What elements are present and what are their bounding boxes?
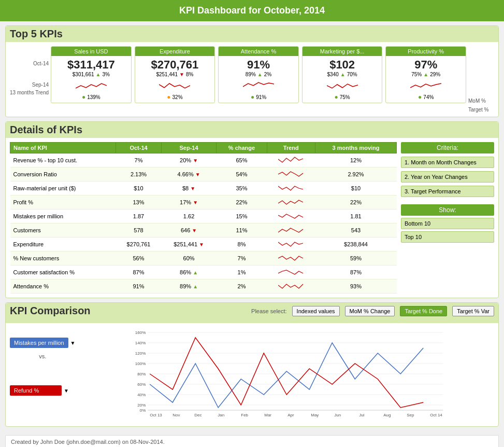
svg-text:Feb: Feb (241, 413, 248, 417)
col-trend: Trend (267, 143, 315, 153)
kpi-att-value: 91% (221, 58, 296, 72)
btn-target-var[interactable]: Target % Var (452, 306, 494, 316)
table-row: Expenditure $270,761 $251,441 ▼ 8% $238,… (10, 238, 397, 252)
please-select-label: Please select: (251, 308, 286, 314)
cell-pct: 11% (217, 224, 267, 238)
svg-text:Nov: Nov (172, 413, 180, 417)
kpi-mkt-sparkline (305, 79, 380, 92)
cell-trend (267, 167, 315, 181)
kpi-card-sales: Sales in USD $311,417 $301,661 ▲ 3% (51, 46, 132, 103)
dropdown-icon-1[interactable]: ▼ (70, 340, 76, 346)
kpi-card-sales-header: Sales in USD (51, 47, 131, 56)
criteria-btn-1[interactable]: 1. Month on Month Changes (401, 157, 494, 168)
label-mom: MoM % (468, 98, 486, 104)
cell-3mo: 12% (315, 153, 397, 167)
table-row: Revenue % - top 10 cust. 7% 20% ▼ 65% 12… (10, 153, 397, 167)
cell-kpi-name: % New customers (10, 252, 116, 266)
kpi-att-sep: 89% ▲ 2% (221, 72, 296, 77)
comparison-title: KPI Comparison (10, 305, 91, 317)
label-sep14: Sep-14 (32, 82, 49, 88)
kpi-labels-left: Oct-14 Sep-14 13 months Trend (10, 46, 49, 95)
cell-3mo: 1.81 (315, 209, 397, 224)
cell-oct: 87% (116, 266, 161, 280)
cell-sep: 17% ▼ (161, 195, 217, 209)
cell-kpi-name: Raw-material per unit ($) (10, 181, 116, 195)
details-header: Details of KPIs (6, 122, 498, 138)
cell-sep: 20% ▼ (161, 153, 217, 167)
chart-area: Mistakes per million ▼ vs. Refund % ▼ (10, 327, 494, 422)
svg-text:140%: 140% (135, 341, 145, 345)
cell-trend (267, 266, 315, 280)
cell-kpi-name: Mistakes per million (10, 209, 116, 224)
comparison-header: KPI Comparison Please select: Indexed va… (10, 305, 494, 317)
svg-text:Jun: Jun (334, 413, 341, 417)
kpi-prod-sparkline (388, 79, 464, 92)
dropdown-icon-2[interactable]: ▼ (64, 388, 69, 394)
cell-trend (267, 224, 315, 238)
btn-target-done[interactable]: Target % Done (400, 306, 447, 316)
kpi-cards: Sales in USD $311,417 $301,661 ▲ 3% (51, 46, 466, 103)
svg-text:120%: 120% (135, 351, 145, 356)
kpi-card-marketing: Marketing per $... $102 $340 ▲ 70% (302, 46, 383, 103)
cell-oct: 7% (116, 153, 161, 167)
table-row: Customer satisfaction % 87% 86% ▲ 1% 87% (10, 266, 397, 280)
cell-kpi-name: Conversion Ratio (10, 167, 116, 181)
top5-section: Top 5 KPIs Oct-14 Sep-14 13 months Trend… (5, 25, 499, 117)
kpi-card-productivity: Productivity % 97% 75% ▲ 29% ● (385, 46, 466, 103)
cell-trend (267, 238, 315, 252)
details-section: Details of KPIs Name of KPI Oct-14 Sep-1… (5, 121, 499, 298)
kpi-card-expenditure: Expenditure $270,761 $251,441 ▼ 8% (135, 46, 215, 103)
kpi-exp-sep: $251,441 ▼ 8% (137, 72, 213, 77)
table-row: Raw-material per unit ($) $10 $8 ▼ 35% $… (10, 181, 397, 195)
svg-text:60%: 60% (137, 382, 146, 387)
cell-trend (267, 181, 315, 195)
col-sep: Sep-14 (161, 143, 217, 153)
comparison-section: KPI Comparison Please select: Indexed va… (5, 302, 499, 427)
comparison-section-header: KPI Comparison Please select: Indexed va… (6, 303, 498, 323)
footer: Created by John Doe (john.doe@mail.com) … (5, 435, 499, 447)
cell-trend (267, 280, 315, 294)
kpi-exp-value: $270,761 (137, 58, 213, 72)
cell-3mo: 2.92% (315, 167, 397, 181)
svg-text:Apr: Apr (287, 413, 294, 417)
cell-pct: 7% (217, 252, 267, 266)
selector2-label: Refund % (10, 385, 62, 396)
kpi-card-prod-header: Productivity % (386, 47, 466, 56)
kpi-exp-target: ● 32% (137, 93, 213, 101)
cell-trend (267, 209, 315, 224)
cell-oct: 91% (116, 280, 161, 294)
header-title: KPI Dashboard for October, 2014 (179, 5, 325, 16)
kpi-mkt-target: ● 75% (305, 93, 380, 101)
cell-kpi-name: Revenue % - top 10 cust. (10, 153, 116, 167)
cell-oct: 2.13% (116, 167, 161, 181)
svg-text:40%: 40% (137, 393, 146, 397)
cell-kpi-name: Customer satisfaction % (10, 266, 116, 280)
cell-oct: 13% (116, 195, 161, 209)
kpi-exp-sparkline (137, 79, 213, 92)
btn-indexed[interactable]: Indexed values (292, 306, 340, 316)
label-oct14: Oct-14 (10, 61, 49, 66)
cell-kpi-name: Attendance % (10, 280, 116, 294)
svg-text:100%: 100% (135, 361, 145, 366)
kpi-sales-value: $311,417 (53, 58, 129, 72)
kpi-table-container: Name of KPI Oct-14 Sep-14 % change Trend… (10, 142, 397, 294)
cell-oct: 1.87 (116, 209, 161, 224)
cell-sep: 646 ▼ (161, 224, 217, 238)
svg-text:Jul: Jul (359, 413, 364, 417)
kpi-sales-sparkline (53, 79, 129, 92)
kpi-sales-sep: $301,661 ▲ 3% (53, 72, 129, 77)
cell-pct: 8% (217, 238, 267, 252)
show-bottom10[interactable]: Bottom 10 (401, 218, 494, 229)
cell-pct: 22% (217, 195, 267, 209)
footer-text: Created by John Doe (john.doe@mail.com) … (11, 439, 165, 445)
show-top10[interactable]: Top 10 (401, 231, 494, 243)
criteria-btn-2[interactable]: 2. Year on Year Changes (401, 171, 494, 183)
criteria-btn-3[interactable]: 3. Target Performance (401, 186, 494, 197)
cell-kpi-name: Expenditure (10, 238, 116, 252)
svg-text:0%: 0% (139, 408, 146, 413)
cell-trend (267, 195, 315, 209)
col-name: Name of KPI (10, 143, 116, 153)
show-header: Show: (401, 204, 494, 216)
btn-mom[interactable]: MoM % Change (345, 306, 395, 316)
kpi-prod-target: ● 74% (388, 93, 464, 101)
